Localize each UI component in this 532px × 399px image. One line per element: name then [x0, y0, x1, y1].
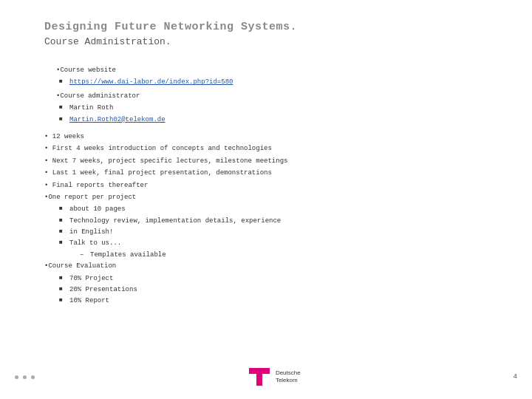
website-link[interactable]: https://www.dai-labor.de/index.php?id=58…	[69, 77, 233, 87]
section-website: •Course website	[44, 65, 488, 75]
dot-3	[31, 375, 35, 379]
report-item3: ■ in English!	[59, 227, 488, 237]
item-12weeks: • 12 weeks	[44, 132, 488, 142]
svg-rect-1	[249, 368, 270, 374]
admin-email-item: ■ Martin.Roth02@telekom.de	[59, 115, 488, 125]
section-report: •One report per project	[44, 192, 488, 202]
admin-email-link[interactable]: Martin.Roth02@telekom.de	[69, 115, 166, 125]
item-final: • Final reports thereafter	[44, 180, 488, 191]
svg-rect-2	[256, 374, 262, 386]
telekom-logo: Deutsche Telekom	[248, 365, 301, 389]
item-last1: • Last 1 week, final project presentatio…	[44, 168, 488, 178]
content-area: •Course website ■ https://www.dai-labor.…	[44, 65, 488, 307]
dot-2	[23, 375, 27, 379]
section-admin: •Course administrator	[44, 91, 488, 101]
item-first4: • First 4 weeks introduction of concepts…	[44, 143, 488, 154]
report-item4: ■ Talk to us...	[59, 238, 488, 248]
templates-item: – Templates available	[80, 250, 488, 260]
eval-item1: ■ 70% Project	[59, 273, 488, 284]
eval-item3: ■ 10% Report	[59, 296, 488, 306]
item-next7: • Next 7 weeks, project specific lecture…	[44, 156, 488, 166]
report-item1: ■ about 10 pages	[59, 204, 488, 214]
telekom-t-icon	[248, 365, 271, 389]
eval-item2: ■ 20% Presentations	[59, 284, 488, 295]
website-url-item: ■ https://www.dai-labor.de/index.php?id=…	[59, 77, 488, 87]
footer-dots	[15, 375, 35, 379]
footer: Deutsche Telekom 4	[0, 365, 532, 389]
telekom-name: Deutsche Telekom	[276, 369, 301, 385]
section-eval: •Course Evaluation	[44, 261, 488, 271]
dot-1	[15, 375, 18, 379]
report-item2: ■ Technology review, implementation deta…	[59, 216, 488, 226]
page-subtitle: Course Administration.	[44, 36, 488, 47]
page-container: Designing Future Networking Systems. Cou…	[0, 0, 532, 399]
page-number: 4	[514, 373, 517, 381]
page-title: Designing Future Networking Systems.	[44, 21, 488, 33]
admin-name-item: ■ Martin Roth	[59, 103, 488, 113]
